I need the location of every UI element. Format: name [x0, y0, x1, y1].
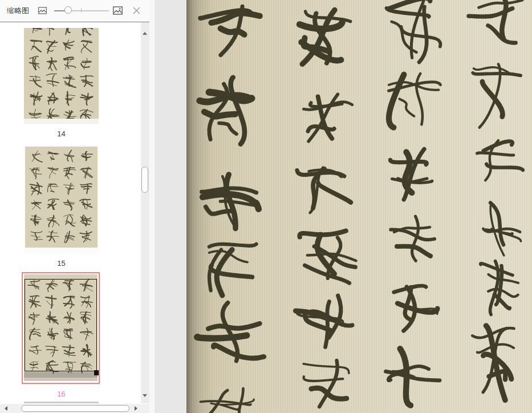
image-large-icon: [112, 9, 123, 18]
close-icon: [132, 8, 141, 17]
page-number-16-active: 16: [24, 390, 99, 398]
thumbnail-15-calligraphy: [25, 147, 98, 248]
thumbnail-page-16-selected[interactable]: [22, 272, 100, 384]
shrink-thumbnails-button[interactable]: [38, 6, 47, 15]
thumbnail-panel-toolbar: 缩略图: [0, 0, 149, 22]
scroll-down-arrow-icon[interactable]: [143, 394, 147, 397]
page-number-15: 15: [24, 259, 99, 268]
thumbnail-page-17-partial[interactable]: [24, 402, 99, 403]
pdf-viewer-window: 缩略图: [0, 0, 532, 413]
close-panel-button[interactable]: [132, 6, 141, 15]
vertical-scrollbar-thumb[interactable]: [141, 167, 148, 193]
thumbnail-14-calligraphy: [24, 28, 99, 124]
page-number-14: 14: [24, 129, 99, 138]
thumbnail-page-15[interactable]: [24, 145, 99, 253]
document-view[interactable]: [149, 0, 532, 413]
panel-title: 缩略图: [7, 0, 29, 21]
scroll-up-arrow-icon[interactable]: [143, 32, 147, 35]
thumbnail-14-page-edge: [24, 119, 99, 124]
image-small-icon: [38, 9, 47, 17]
calligraphy-artwork: [186, 0, 532, 413]
viewport-resize-handle[interactable]: [94, 370, 99, 375]
calligraphy-page[interactable]: [186, 0, 532, 413]
slider-track[interactable]: [68, 10, 109, 11]
scroll-right-arrow-icon[interactable]: [135, 406, 137, 411]
thumbnail-page-14[interactable]: [24, 28, 99, 124]
thumbnail-panel: 缩略图: [0, 0, 149, 413]
enlarge-thumbnails-button[interactable]: [112, 5, 123, 16]
vertical-scrollbar[interactable]: [141, 22, 149, 403]
thumbnail-size-slider[interactable]: [54, 0, 109, 21]
horizontal-scrollbar[interactable]: [0, 404, 149, 413]
horizontal-scrollbar-thumb[interactable]: [21, 405, 129, 412]
panel-divider: [149, 0, 155, 413]
scroll-left-arrow-icon[interactable]: [5, 406, 7, 411]
slider-handle[interactable]: [64, 6, 72, 14]
thumbnail-list: 14 15 16: [0, 22, 149, 403]
viewport-rectangle[interactable]: [25, 279, 97, 371]
slider-midpoint-tick: [81, 8, 82, 13]
